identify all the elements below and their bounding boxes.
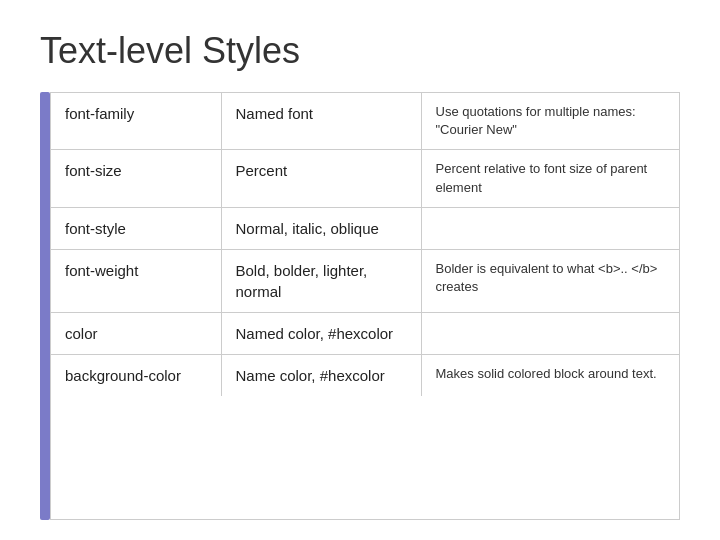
table-row: background-colorName color, #hexcolorMak…	[51, 354, 679, 396]
description-cell: Use quotations for multiple names: "Cour…	[421, 93, 679, 150]
property-cell: background-color	[51, 354, 221, 396]
styles-table: font-familyNamed fontUse quotations for …	[51, 93, 679, 396]
table-row: font-styleNormal, italic, oblique	[51, 207, 679, 249]
table-row: font-familyNamed fontUse quotations for …	[51, 93, 679, 150]
value-cell: Percent	[221, 150, 421, 207]
description-cell: Bolder is equivalent to what <b>.. </b> …	[421, 249, 679, 312]
value-cell: Normal, italic, oblique	[221, 207, 421, 249]
left-accent-bar	[40, 92, 50, 520]
value-cell: Name color, #hexcolor	[221, 354, 421, 396]
table-row: colorNamed color, #hexcolor	[51, 312, 679, 354]
table-row: font-sizePercentPercent relative to font…	[51, 150, 679, 207]
property-cell: font-weight	[51, 249, 221, 312]
value-cell: Named font	[221, 93, 421, 150]
property-cell: font-family	[51, 93, 221, 150]
property-cell: color	[51, 312, 221, 354]
value-cell: Named color, #hexcolor	[221, 312, 421, 354]
property-cell: font-style	[51, 207, 221, 249]
table-row: font-weightBold, bolder, lighter, normal…	[51, 249, 679, 312]
description-cell	[421, 207, 679, 249]
page-title: Text-level Styles	[40, 30, 680, 72]
content-area: font-familyNamed fontUse quotations for …	[40, 92, 680, 520]
page-container: Text-level Styles font-familyNamed fontU…	[0, 0, 720, 540]
description-cell: Makes solid colored block around text.	[421, 354, 679, 396]
value-cell: Bold, bolder, lighter, normal	[221, 249, 421, 312]
styles-table-wrapper: font-familyNamed fontUse quotations for …	[50, 92, 680, 520]
property-cell: font-size	[51, 150, 221, 207]
description-cell	[421, 312, 679, 354]
description-cell: Percent relative to font size of parent …	[421, 150, 679, 207]
